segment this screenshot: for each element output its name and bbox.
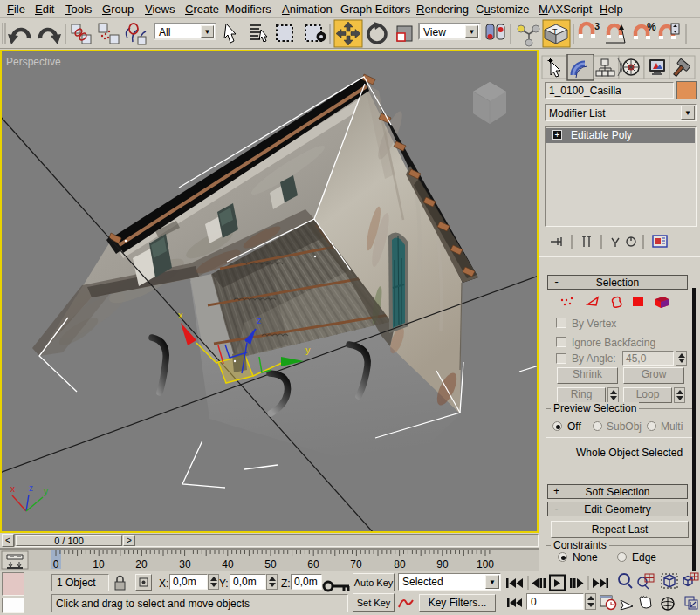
svg-text:60: 60 (307, 558, 319, 571)
svg-text:y: y (305, 345, 311, 355)
svg-text:90: 90 (436, 558, 449, 571)
svg-text:20: 20 (135, 558, 148, 571)
svg-text:z: z (29, 483, 33, 493)
svg-text:x: x (10, 484, 15, 494)
svg-text:3: 3 (594, 21, 600, 31)
svg-text:%: % (647, 21, 656, 33)
svg-text:50: 50 (264, 558, 277, 571)
svg-text:30: 30 (179, 558, 191, 571)
svg-text:Perspective: Perspective (6, 56, 61, 68)
svg-text:70: 70 (350, 558, 362, 571)
svg-text:T: T (552, 27, 558, 36)
svg-text:x: x (178, 310, 183, 320)
svg-text:100: 100 (477, 558, 494, 571)
svg-text:y: y (44, 487, 48, 496)
svg-text:z: z (257, 315, 262, 325)
svg-text:80: 80 (394, 558, 406, 571)
svg-text:40: 40 (222, 558, 234, 571)
svg-text:0: 0 (53, 558, 59, 571)
svg-text:10: 10 (93, 558, 105, 571)
